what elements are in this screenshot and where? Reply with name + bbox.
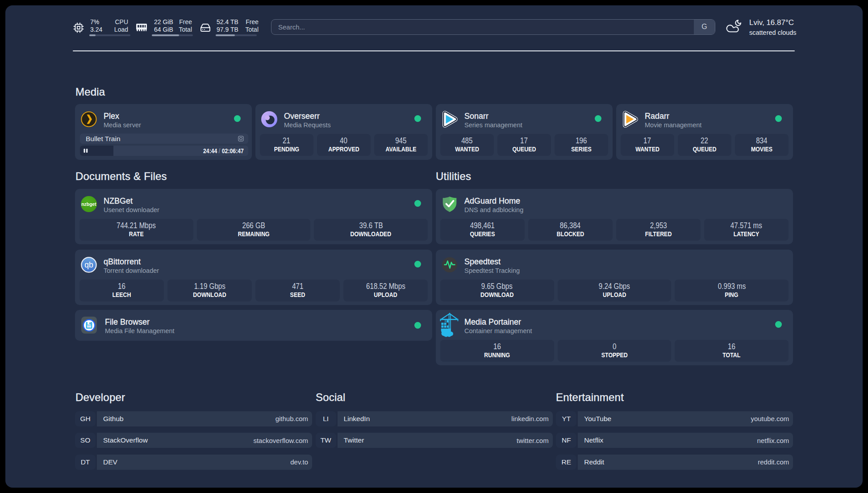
svg-text:nzbget: nzbget (81, 202, 96, 207)
svg-text:qb: qb (84, 260, 93, 269)
